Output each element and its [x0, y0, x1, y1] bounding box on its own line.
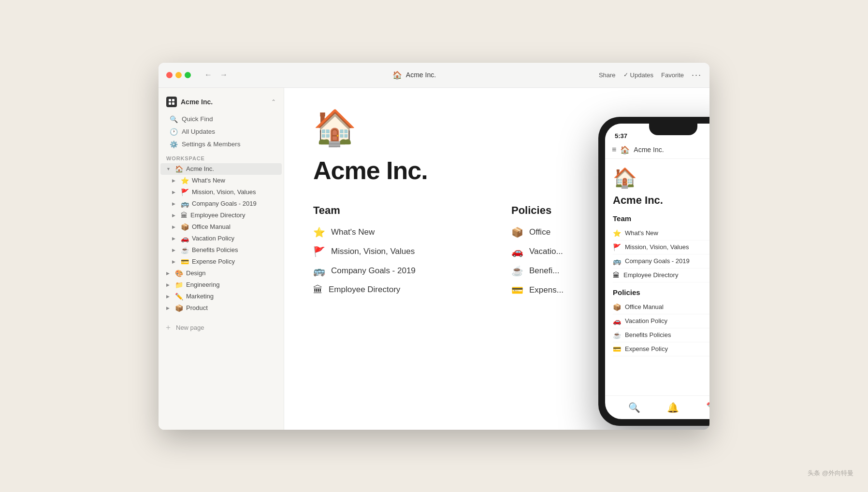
maximize-button[interactable]	[185, 72, 191, 78]
toolbar-right: Share ✓ Updates Favorite ···	[599, 70, 702, 80]
team-item-goals[interactable]: 🚌 Company Goals - 2019	[313, 263, 482, 279]
sidebar-item-employee[interactable]: ▶ 🏛 Employee Directory	[160, 210, 282, 221]
back-button[interactable]: ←	[203, 70, 214, 80]
acme-label: Acme Inc.	[186, 165, 214, 172]
plus-icon: ＋	[164, 323, 172, 333]
sidebar-item-benefits[interactable]: ▶ ☕ Benefits Policies	[160, 244, 282, 256]
workspace-name: Acme Inc.	[181, 98, 213, 106]
chevron-right-icon: ▶	[172, 178, 178, 183]
team-item-mission[interactable]: 🚩 Mission, Vision, Values	[313, 244, 482, 259]
goals-label: Company Goals - 2019	[192, 200, 257, 207]
marketing-emoji: ✏️	[175, 293, 183, 300]
vacation-icon: 🚗	[511, 246, 523, 257]
chevron-right-icon: ▶	[166, 282, 172, 287]
team-item-employee[interactable]: 🏛 Employee Directory	[313, 282, 482, 297]
svg-rect-1	[172, 99, 174, 101]
settings-item[interactable]: ⚙️ Settings & Members	[161, 138, 281, 151]
chevron-right-icon: ▶	[166, 306, 172, 310]
phone-page-title: Acme Inc.	[613, 194, 709, 207]
phone-mission-text: Mission, Vision, Values	[625, 243, 689, 251]
goals-emoji: 🚌	[181, 200, 189, 208]
sidebar-item-vacation[interactable]: ▶ 🚗 Vacation Policy	[160, 233, 282, 244]
sidebar-item-whats-new[interactable]: ▶ ⭐ What's New	[160, 175, 282, 186]
phone-whats-new-icon: ⭐	[613, 229, 621, 237]
sidebar-item-goals[interactable]: ▶ 🚌 Company Goals - 2019	[160, 198, 282, 210]
phone-policies-item-office[interactable]: 📦 Office Manual ···	[613, 300, 709, 314]
phone-bell-icon[interactable]: 🔔	[667, 402, 679, 413]
phone-policies-heading: Policies	[613, 288, 709, 296]
workspace-logo	[166, 97, 177, 107]
phone-time: 5:37	[615, 132, 627, 140]
phone-list-left: ☕ Benefits Policies	[613, 331, 671, 339]
sidebar-item-office[interactable]: ▶ 📦 Office Manual	[160, 221, 282, 233]
benefits-emoji: ☕	[181, 246, 189, 254]
all-updates-item[interactable]: 🕐 All Updates	[161, 126, 281, 138]
nav-buttons: ← →	[203, 70, 230, 80]
sidebar-item-design[interactable]: ▶ 🎨 Design	[160, 267, 282, 279]
sidebar-item-engineering[interactable]: ▶ 📁 Engineering	[160, 279, 282, 291]
phone-workspace-title: Acme Inc.	[634, 146, 664, 154]
phone-policies-item-vacation[interactable]: 🚗 Vacation Policy ···	[613, 314, 709, 328]
new-page-button[interactable]: ＋ New page	[164, 320, 278, 336]
office-emoji: 📦	[181, 223, 189, 231]
team-item-whats-new[interactable]: ⭐ What's New	[313, 225, 482, 240]
phone-expense-icon: 💳	[613, 345, 621, 353]
employee-text: Employee Directory	[329, 285, 400, 295]
phone-team-item-employee[interactable]: 🏛 Employee Directory ···	[613, 268, 709, 282]
more-button[interactable]: ···	[692, 70, 702, 80]
phone-policies-item-benefits[interactable]: ☕ Benefits Policies ···	[613, 328, 709, 342]
url-bar: 🏠 Acme Inc.	[235, 70, 593, 80]
phone-goals-text: Company Goals - 2019	[625, 257, 690, 265]
phone-benefits-icon: ☕	[613, 331, 621, 339]
phone-list-left: 💳 Expense Policy	[613, 345, 668, 353]
expense-icon: 💳	[511, 284, 523, 296]
goals-icon: 🚌	[313, 265, 325, 277]
sidebar-item-expense[interactable]: ▶ 💳 Expense Policy	[160, 256, 282, 267]
phone-menu-icon[interactable]: ≡	[612, 145, 616, 154]
quick-find-item[interactable]: 🔍 Quick Find	[161, 113, 281, 126]
phone-employee-text: Employee Directory	[623, 271, 678, 279]
phone-team-item-goals[interactable]: 🚌 Company Goals - 2019 ···	[613, 254, 709, 268]
sidebar-item-product[interactable]: ▶ 📦 Product	[160, 302, 282, 314]
chevron-right-icon: ▶	[166, 294, 172, 299]
chevron-right-icon: ▶	[172, 259, 178, 264]
search-icon: 🔍	[169, 115, 178, 123]
expense-text: Expens...	[529, 285, 564, 295]
design-emoji: 🎨	[175, 269, 183, 277]
phone-expense-text: Expense Policy	[625, 345, 668, 352]
share-button[interactable]: Share	[599, 71, 616, 79]
phone-whats-new-text: What's New	[625, 229, 658, 237]
phone-content: 🏠 Acme Inc. Team ⭐ What's New ···	[605, 159, 709, 395]
sidebar-item-mission[interactable]: ▶ 🚩 Mission, Vision, Values	[160, 186, 282, 198]
chevron-right-icon: ▶	[172, 201, 178, 206]
benefits-label: Benefits Policies	[192, 246, 238, 253]
phone-mockup: 5:37 📶 🔋 ≡ 🏠 Acme Inc. ⬆ ···	[598, 117, 709, 426]
phone-policies-item-expense[interactable]: 💳 Expense Policy ···	[613, 342, 709, 356]
updates-button[interactable]: ✓ Updates	[623, 71, 653, 79]
team-heading: Team	[313, 204, 482, 217]
phone-search-icon[interactable]: 🔍	[628, 402, 640, 413]
phone-team-item-mission[interactable]: 🚩 Mission, Vision, Values ···	[613, 240, 709, 254]
sidebar-item-acme[interactable]: ▼ 🏠 Acme Inc.	[160, 163, 282, 175]
minimize-button[interactable]	[175, 72, 182, 78]
forward-button[interactable]: →	[218, 70, 230, 80]
chevron-right-icon: ▶	[172, 236, 178, 241]
acme-emoji: 🏠	[175, 165, 183, 173]
quick-find-label: Quick Find	[182, 115, 213, 123]
vacation-emoji: 🚗	[181, 235, 189, 242]
phone-team-item-whats-new[interactable]: ⭐ What's New ···	[613, 226, 709, 240]
title-bar: ← → 🏠 Acme Inc. Share ✓ Updates Favorite…	[159, 63, 709, 88]
close-button[interactable]	[166, 72, 173, 78]
phone-edit-icon[interactable]: ✏️	[706, 402, 709, 413]
phone-nav-bar: ≡ 🏠 Acme Inc. ⬆ ···	[605, 141, 709, 159]
phone-list-left: 🚩 Mission, Vision, Values	[613, 243, 689, 251]
phone-list-left: 🚌 Company Goals - 2019	[613, 257, 690, 265]
browser-window: ← → 🏠 Acme Inc. Share ✓ Updates Favorite…	[159, 63, 709, 430]
workspace-header[interactable]: Acme Inc. ⌃	[159, 94, 284, 113]
phone-bottom-bar: 🔍 🔔 ✏️	[605, 395, 709, 419]
sidebar-item-marketing[interactable]: ▶ ✏️ Marketing	[160, 291, 282, 302]
svg-rect-3	[172, 102, 174, 105]
phone-employee-icon: 🏛	[613, 271, 620, 279]
favorite-button[interactable]: Favorite	[661, 71, 684, 79]
expense-label: Expense Policy	[192, 258, 235, 265]
